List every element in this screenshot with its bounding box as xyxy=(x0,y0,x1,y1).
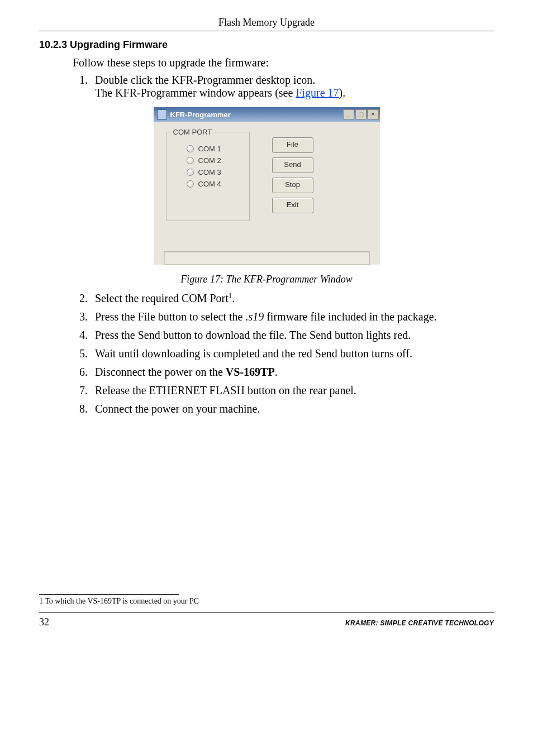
page-footer: 32 KRAMER: SIMPLE CREATIVE TECHNOLOGY xyxy=(39,613,494,628)
stop-button[interactable]: Stop xyxy=(272,178,313,193)
radio-com4[interactable]: COM 4 xyxy=(187,180,249,188)
radio-label: COM 1 xyxy=(198,145,221,153)
step-1-line2a: The KFR-Programmer window appears (see xyxy=(95,87,296,99)
step-3-filename: .s19 xyxy=(245,310,264,323)
radio-icon xyxy=(187,180,194,188)
step-3: Press the File button to select the .s19… xyxy=(91,310,494,323)
footnote-separator xyxy=(39,594,179,595)
step-5: Wait until downloading is completed and … xyxy=(91,347,494,360)
com-port-group: COM PORT COM 1 COM 2 COM 3 COM 4 xyxy=(166,132,250,221)
radio-icon xyxy=(187,169,194,176)
step-3a: Press the File button to select the xyxy=(95,310,245,323)
step-7: Release the ETHERNET FLASH button on the… xyxy=(91,384,494,397)
radio-icon xyxy=(187,157,194,164)
step-6a: Disconnect the power on the xyxy=(95,366,226,378)
step-1-line1: Double click the KFR-Programmer desktop … xyxy=(95,74,315,86)
step-6-product: VS-169TP xyxy=(226,366,275,378)
intro-paragraph: Follow these steps to upgrade the firmwa… xyxy=(73,56,494,69)
step-3b: firmware file included in the package. xyxy=(264,310,436,323)
figure-link[interactable]: Figure 17 xyxy=(296,87,339,99)
close-button[interactable]: × xyxy=(368,109,379,119)
section-title: Upgrading Firmware xyxy=(70,39,168,50)
maximize-button: ▢ xyxy=(355,109,367,119)
figure-caption: Figure 17: The KFR-Programmer Window xyxy=(39,274,494,285)
step-2-text: Select the required COM Port xyxy=(95,292,229,304)
step-1-line2b: ). xyxy=(339,87,346,99)
radio-com3[interactable]: COM 3 xyxy=(187,168,249,176)
page-number: 32 xyxy=(39,616,49,628)
radio-label: COM 2 xyxy=(198,156,221,165)
section-number: 10.2.3 xyxy=(39,39,67,50)
status-bar xyxy=(164,251,370,265)
window-title: KFR-Programmer xyxy=(170,111,231,119)
radio-com1[interactable]: COM 1 xyxy=(187,145,249,153)
radio-icon xyxy=(187,145,194,152)
step-6: Disconnect the power on the VS-169TP. xyxy=(91,366,494,379)
exit-button[interactable]: Exit xyxy=(272,198,313,213)
footnote-1: 1 To which the VS-169TP is connected on … xyxy=(39,597,494,606)
step-8: Connect the power on your machine. xyxy=(91,403,494,415)
section-heading: 10.2.3 Upgrading Firmware xyxy=(39,39,494,51)
radio-label: COM 4 xyxy=(198,180,221,188)
kfr-programmer-window: KFR-Programmer _ ▢ × COM PORT COM 1 COM … xyxy=(154,107,380,265)
step-2: Select the required COM Port1. xyxy=(91,291,494,305)
running-header: Flash Memory Upgrade xyxy=(39,17,494,31)
radio-label: COM 3 xyxy=(198,168,221,176)
file-button[interactable]: File xyxy=(272,137,313,153)
minimize-button[interactable]: _ xyxy=(343,109,354,119)
titlebar[interactable]: KFR-Programmer _ ▢ × xyxy=(154,107,380,122)
step-6b: . xyxy=(275,366,278,378)
step-1: Double click the KFR-Programmer desktop … xyxy=(91,74,494,99)
group-label: COM PORT xyxy=(171,128,215,136)
send-button[interactable]: Send xyxy=(272,157,313,173)
brand-tagline: KRAMER: SIMPLE CREATIVE TECHNOLOGY xyxy=(345,619,494,627)
step-2-period: . xyxy=(232,292,235,304)
app-icon xyxy=(157,109,167,119)
radio-com2[interactable]: COM 2 xyxy=(187,156,249,165)
step-4: Press the Send button to download the fi… xyxy=(91,329,494,342)
